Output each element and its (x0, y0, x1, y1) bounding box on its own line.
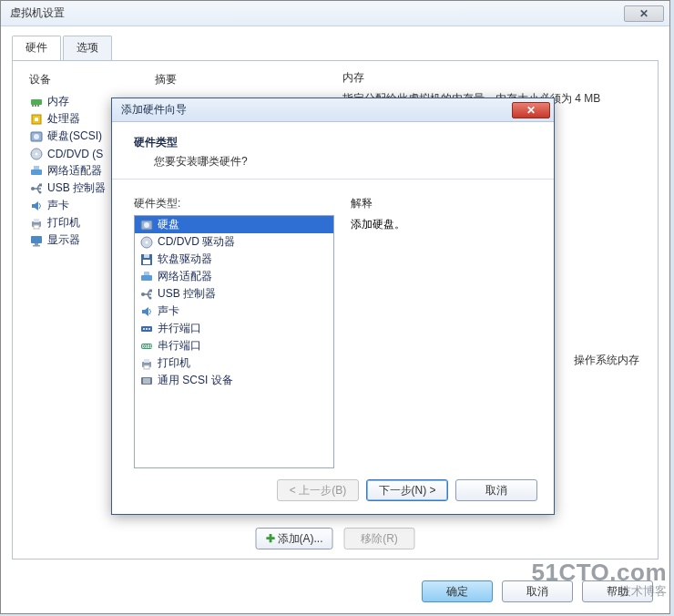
hw-type-item[interactable]: 串行端口 (135, 337, 333, 354)
col-device: 设备 (29, 72, 155, 87)
network-icon (29, 164, 44, 179)
cd-icon (139, 235, 154, 250)
detail-title: 内存 (342, 70, 645, 86)
add-hardware-wizard: 添加硬件向导 ✕ 硬件类型 您要安装哪类硬件? 硬件类型: 硬盘CD/DVD 驱… (111, 98, 555, 515)
device-list-header: 设备 摘要 (26, 70, 330, 93)
hw-type-label: 串行端口 (158, 338, 201, 354)
back-button[interactable]: < 上一步(B) (277, 479, 359, 501)
wizard-cancel-button[interactable]: 取消 (455, 479, 537, 501)
hw-type-label: 硬盘 (158, 217, 179, 232)
sound-icon (29, 199, 44, 213)
disk-icon (29, 129, 44, 144)
wizard-header: 硬件类型 您要安装哪类硬件? (112, 122, 554, 180)
tab-options[interactable]: 选项 (63, 36, 112, 60)
hw-type-label: CD/DVD 驱动器 (158, 234, 235, 250)
cancel-button[interactable]: 取消 (502, 580, 573, 602)
parent-titlebar: 虚拟机设置 ✕ (1, 1, 669, 26)
hw-type-item[interactable]: 并行端口 (135, 320, 333, 337)
hw-type-label: 并行端口 (158, 321, 201, 336)
hw-type-item[interactable]: 打印机 (135, 354, 333, 372)
parent-footer: 确定 取消 帮助 (422, 580, 653, 602)
wizard-body: 硬件类型: 硬盘CD/DVD 驱动器软盘驱动器网络适配器USB 控制器声卡并行端… (112, 180, 554, 476)
wizard-titlebar: 添加硬件向导 ✕ (112, 98, 554, 122)
hardware-type-listbox[interactable]: 硬盘CD/DVD 驱动器软盘驱动器网络适配器USB 控制器声卡并行端口串行端口打… (134, 215, 334, 468)
hw-type-label: 通用 SCSI 设备 (158, 373, 233, 388)
hw-type-label: 硬件类型: (134, 196, 334, 211)
usb-icon (29, 181, 44, 196)
wizard-subheading: 您要安装哪类硬件? (154, 154, 532, 169)
hw-type-label: 网络适配器 (158, 269, 212, 284)
explain-label: 解释 (351, 196, 532, 211)
ok-button[interactable]: 确定 (422, 580, 493, 602)
hw-type-label: 声卡 (158, 303, 179, 319)
tab-hardware[interactable]: 硬件 (12, 36, 61, 60)
plus-icon: ✚ (266, 532, 275, 545)
wizard-footer: < 上一步(B) 下一步(N) > 取消 (277, 479, 537, 501)
device-buttons: ✚添加(A)... 移除(R) (256, 528, 415, 549)
hw-type-item[interactable]: USB 控制器 (135, 285, 333, 303)
printer-icon (29, 216, 44, 231)
explain-text: 添加硬盘。 (351, 217, 532, 232)
hw-type-item[interactable]: 软盘驱动器 (135, 251, 333, 268)
os-hint: 操作系统内存 (574, 353, 639, 368)
parent-close-button[interactable]: ✕ (624, 5, 664, 22)
floppy-icon (139, 252, 154, 267)
disk-icon (139, 218, 154, 232)
col-summary: 摘要 (155, 72, 177, 87)
display-icon (29, 233, 44, 248)
next-button[interactable]: 下一步(N) > (366, 479, 448, 501)
hw-type-label: USB 控制器 (158, 286, 216, 302)
cd-icon (29, 147, 44, 161)
wizard-left: 硬件类型: 硬盘CD/DVD 驱动器软盘驱动器网络适配器USB 控制器声卡并行端… (134, 196, 334, 468)
add-hardware-button[interactable]: ✚添加(A)... (256, 528, 333, 549)
hw-type-label: 软盘驱动器 (158, 252, 212, 267)
wizard-title: 添加硬件向导 (121, 102, 187, 118)
wizard-right: 解释 添加硬盘。 (351, 196, 532, 468)
serial-icon (139, 339, 154, 354)
wizard-heading: 硬件类型 (134, 135, 532, 150)
sound-icon (139, 304, 154, 319)
hw-type-item[interactable]: CD/DVD 驱动器 (135, 233, 333, 251)
hw-type-label: 打印机 (158, 355, 190, 371)
hw-type-item[interactable]: 声卡 (135, 303, 333, 320)
parallel-icon (139, 322, 154, 336)
hw-type-item[interactable]: 硬盘 (135, 216, 333, 233)
hw-type-item[interactable]: 网络适配器 (135, 268, 333, 285)
memory-icon (29, 95, 44, 109)
scsi-icon (139, 374, 154, 388)
cpu-icon (29, 112, 44, 127)
tabs: 硬件 选项 (12, 36, 659, 61)
wizard-close-button[interactable]: ✕ (512, 102, 550, 118)
hw-type-item[interactable]: 通用 SCSI 设备 (135, 372, 333, 389)
network-icon (139, 270, 154, 284)
parent-title: 虚拟机设置 (10, 5, 65, 21)
usb-icon (139, 287, 154, 302)
help-button[interactable]: 帮助 (582, 580, 653, 602)
printer-icon (139, 356, 154, 371)
remove-hardware-button[interactable]: 移除(R) (344, 528, 415, 549)
